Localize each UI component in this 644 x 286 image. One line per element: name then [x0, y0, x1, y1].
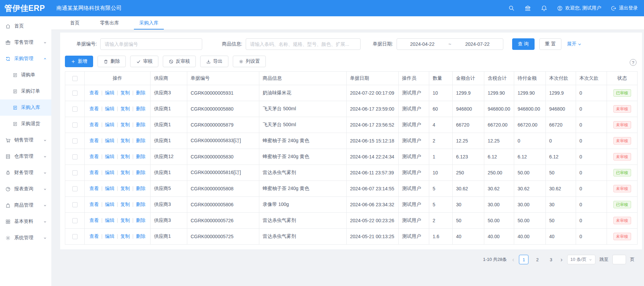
copy-link[interactable]: 复制: [120, 233, 130, 239]
copy-link[interactable]: 复制: [120, 202, 130, 207]
edit-link[interactable]: 编辑: [105, 138, 115, 143]
tab-retail-outbound[interactable]: 零售出库: [92, 16, 126, 30]
product-info-input[interactable]: [246, 38, 361, 50]
delete-link[interactable]: 删除: [136, 186, 145, 191]
delete-link[interactable]: 删除: [136, 170, 145, 175]
sidebar-item-reports[interactable]: 报表查询: [0, 181, 51, 197]
sidebar-item-basic-data[interactable]: 基本资料: [0, 213, 51, 230]
date-range-picker[interactable]: 2024-04-22 ~ 2024-07-22: [397, 38, 503, 50]
row-checkbox[interactable]: [72, 138, 77, 144]
delete-link[interactable]: 删除: [136, 106, 145, 111]
delete-link[interactable]: 删除: [136, 90, 145, 95]
view-link[interactable]: 查看: [89, 170, 99, 175]
row-checkbox[interactable]: [72, 107, 77, 112]
delete-link[interactable]: 删除: [136, 233, 145, 239]
unaudit-button[interactable]: 反审核: [163, 56, 196, 67]
date-start-value[interactable]: 2024-04-22: [397, 41, 448, 47]
page-button-3[interactable]: 3: [546, 255, 556, 264]
copy-link[interactable]: 复制: [120, 138, 130, 143]
logout-text: 退出登录: [619, 5, 638, 11]
copy-link[interactable]: 复制: [120, 154, 130, 159]
pagination: 1-10 共28条 ‹ 1 2 3 › 10 条/页 跳至 页: [51, 255, 634, 264]
delete-link[interactable]: 删除: [136, 154, 145, 159]
page-button-2[interactable]: 2: [533, 255, 542, 264]
sidebar-item-purchase-order[interactable]: 采购订单: [0, 83, 51, 99]
select-all-checkbox[interactable]: [72, 76, 77, 81]
sidebar-item-goods[interactable]: 商品管理: [0, 197, 51, 213]
sidebar-item-home[interactable]: 首页: [0, 18, 51, 34]
order-no-input[interactable]: [100, 38, 202, 50]
view-link[interactable]: 查看: [89, 122, 99, 127]
view-link[interactable]: 查看: [89, 186, 99, 191]
view-link[interactable]: 查看: [89, 202, 99, 207]
bank-icon[interactable]: [524, 5, 531, 12]
copy-link[interactable]: 复制: [120, 217, 130, 223]
export-button[interactable]: 导出: [200, 56, 228, 67]
row-checkbox[interactable]: [72, 234, 77, 239]
tab-home[interactable]: 首页: [63, 16, 87, 30]
purchase-inbound-table: 操作供应商单据编号商品信息单据日期操作员数量金额合计含税合计待付金额本次付款本次…: [65, 71, 638, 245]
row-checkbox[interactable]: [72, 202, 77, 207]
row-checkbox[interactable]: [72, 91, 77, 96]
edit-link[interactable]: 编辑: [105, 90, 115, 95]
column-settings-button[interactable]: 列设置: [233, 56, 266, 67]
search-icon[interactable]: [508, 5, 515, 12]
edit-link[interactable]: 编辑: [105, 154, 115, 159]
expand-filters-link[interactable]: 展开: [567, 41, 582, 47]
row-checkbox[interactable]: [72, 154, 77, 159]
edit-link[interactable]: 编辑: [105, 233, 115, 239]
edit-link[interactable]: 编辑: [105, 106, 115, 111]
copy-link[interactable]: 复制: [120, 170, 130, 175]
add-button[interactable]: 新增: [65, 56, 93, 67]
delete-link[interactable]: 删除: [136, 217, 145, 223]
edit-link[interactable]: 编辑: [105, 202, 115, 207]
prev-page-button[interactable]: ‹: [511, 256, 515, 263]
delete-link[interactable]: 删除: [136, 122, 145, 127]
copy-link[interactable]: 复制: [120, 90, 130, 95]
status-badge: 未审核: [613, 153, 631, 160]
view-link[interactable]: 查看: [89, 138, 99, 143]
row-checkbox[interactable]: [72, 218, 77, 223]
copy-link[interactable]: 复制: [120, 106, 130, 111]
sidebar-item-purchase-return[interactable]: 采购退货: [0, 116, 51, 132]
sidebar-item-retail[interactable]: 零售管理: [0, 34, 51, 51]
sidebar-item-finance[interactable]: 财务管理: [0, 165, 51, 181]
toolbar: 新增 删除 审核 反审核 导出: [65, 56, 637, 67]
logout-button[interactable]: 退出登录: [611, 5, 638, 11]
view-link[interactable]: 查看: [89, 90, 99, 95]
user-menu[interactable]: 欢迎您, 测试用户: [557, 5, 601, 11]
row-checkbox[interactable]: [72, 186, 77, 191]
delete-link[interactable]: 删除: [136, 138, 145, 143]
date-end-value[interactable]: 2024-07-22: [452, 41, 503, 47]
jump-page-input[interactable]: [612, 255, 626, 264]
edit-link[interactable]: 编辑: [105, 122, 115, 127]
view-link[interactable]: 查看: [89, 106, 99, 111]
page-size-select[interactable]: 10 条/页: [567, 255, 595, 264]
help-icon[interactable]: ?: [630, 59, 637, 66]
tab-purchase-inbound[interactable]: 采购入库: [132, 16, 166, 30]
sidebar-item-purchase-inbound[interactable]: 采购入库: [0, 99, 51, 116]
edit-link[interactable]: 编辑: [105, 217, 115, 223]
view-link[interactable]: 查看: [89, 154, 99, 159]
reset-button[interactable]: 重 置: [539, 38, 562, 50]
row-checkbox[interactable]: [72, 122, 77, 128]
row-checkbox[interactable]: [72, 170, 77, 175]
bell-icon[interactable]: [541, 5, 547, 12]
copy-link[interactable]: 复制: [120, 186, 130, 191]
sidebar-item-system[interactable]: 系统管理: [0, 230, 51, 246]
delete-link[interactable]: 删除: [136, 202, 145, 207]
next-page-button[interactable]: ›: [560, 256, 563, 263]
edit-link[interactable]: 编辑: [105, 186, 115, 191]
search-button[interactable]: 查 询: [512, 38, 535, 50]
page-button-1[interactable]: 1: [519, 255, 528, 264]
sidebar-item-purchase[interactable]: 采购管理: [0, 51, 51, 67]
sidebar-item-warehouse[interactable]: 仓库管理: [0, 148, 51, 165]
sidebar-item-purchase-request[interactable]: 请购单: [0, 67, 51, 83]
audit-button[interactable]: 审核: [130, 56, 158, 67]
copy-link[interactable]: 复制: [120, 122, 130, 127]
view-link[interactable]: 查看: [89, 233, 99, 239]
view-link[interactable]: 查看: [89, 217, 99, 223]
delete-button[interactable]: 删除: [98, 56, 126, 67]
sidebar-item-sales[interactable]: 销售管理: [0, 132, 51, 148]
edit-link[interactable]: 编辑: [105, 170, 115, 175]
